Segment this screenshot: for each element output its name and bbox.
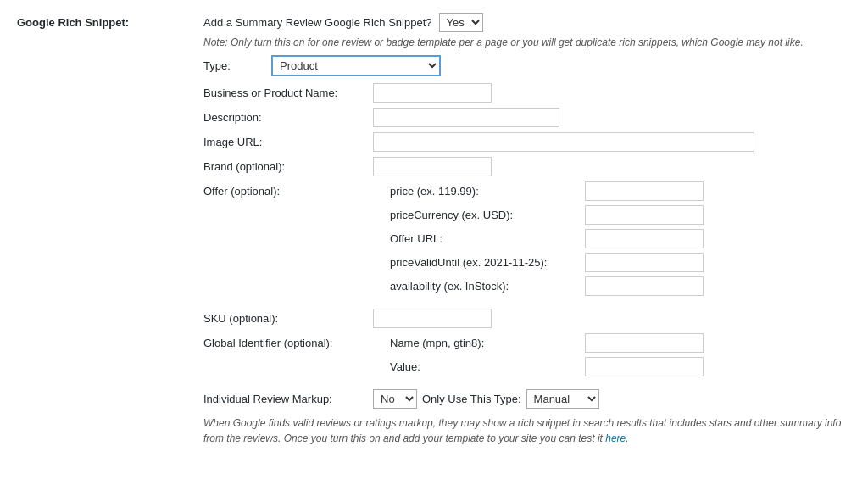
price-currency-label: priceCurrency (ex. USD): bbox=[390, 209, 585, 221]
gi-value-label: Value: bbox=[390, 360, 585, 373]
description-input[interactable] bbox=[373, 108, 559, 127]
availability-input[interactable] bbox=[585, 276, 704, 296]
global-identifier-label: Global Identifier (optional): bbox=[203, 333, 390, 349]
gi-value-input[interactable] bbox=[585, 357, 704, 376]
business-name-input[interactable] bbox=[373, 83, 492, 103]
section-label: Google Rich Snippet: bbox=[17, 13, 203, 29]
brand-label: Brand (optional): bbox=[203, 160, 373, 173]
image-url-input[interactable] bbox=[373, 132, 754, 152]
price-input[interactable] bbox=[585, 181, 704, 201]
description-label: Description: bbox=[203, 111, 373, 124]
sku-label: SKU (optional): bbox=[203, 312, 373, 325]
sku-input[interactable] bbox=[373, 309, 492, 328]
gi-name-input[interactable] bbox=[585, 333, 704, 353]
availability-label: availability (ex. InStock): bbox=[390, 280, 585, 293]
offer-url-label: Offer URL: bbox=[390, 232, 585, 245]
footer-note: When Google finds valid reviews or ratin… bbox=[203, 415, 851, 446]
type-select[interactable]: Product LocalBusiness Movie Recipe Softw… bbox=[271, 55, 441, 76]
business-name-label: Business or Product Name: bbox=[203, 86, 373, 99]
only-use-type-select[interactable]: Manual Schema JSON-LD bbox=[526, 389, 599, 409]
add-summary-select[interactable]: Yes No bbox=[439, 13, 483, 32]
individual-review-select[interactable]: No Yes bbox=[373, 389, 417, 409]
image-url-label: Image URL: bbox=[203, 136, 373, 148]
rich-snippet-note: Note: Only turn this on for one review o… bbox=[203, 36, 851, 50]
gi-name-label: Name (mpn, gtin8): bbox=[390, 337, 585, 349]
offer-label: Offer (optional): bbox=[203, 181, 390, 198]
price-label: price (ex. 119.99): bbox=[390, 185, 585, 198]
brand-input[interactable] bbox=[373, 157, 492, 176]
individual-review-label: Individual Review Markup: bbox=[203, 393, 373, 405]
offer-url-input[interactable] bbox=[585, 229, 704, 248]
price-currency-input[interactable] bbox=[585, 205, 704, 225]
price-valid-until-label: priceValidUntil (ex. 2021-11-25): bbox=[390, 256, 585, 269]
only-use-label: Only Use This Type: bbox=[422, 393, 521, 405]
add-summary-label: Add a Summary Review Google Rich Snippet… bbox=[203, 16, 432, 29]
type-label: Type: bbox=[203, 59, 271, 72]
price-valid-until-input[interactable] bbox=[585, 253, 704, 272]
footer-link[interactable]: here bbox=[605, 432, 626, 444]
